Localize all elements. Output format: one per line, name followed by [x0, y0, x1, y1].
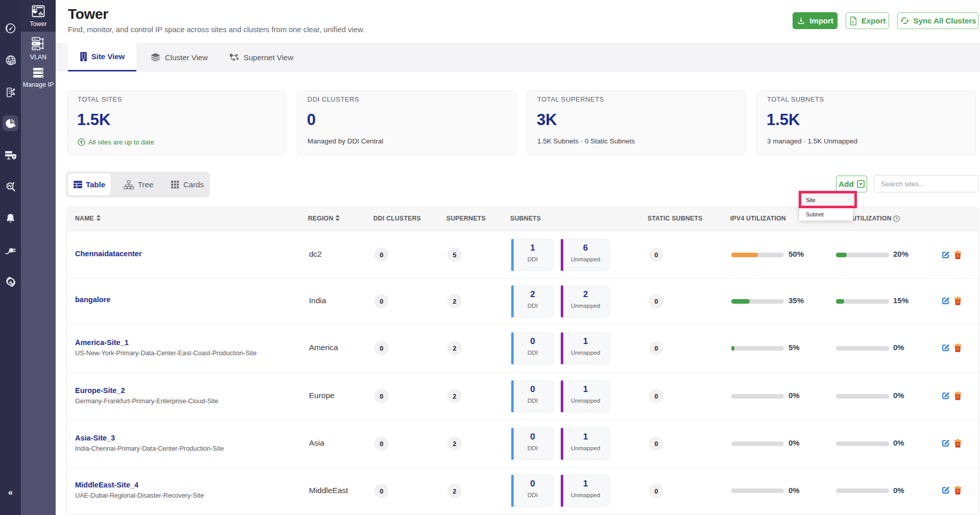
svg-text:?: ?	[895, 216, 898, 221]
svg-text:DNS: DNS	[10, 61, 16, 64]
svg-text:x: x	[852, 19, 854, 23]
